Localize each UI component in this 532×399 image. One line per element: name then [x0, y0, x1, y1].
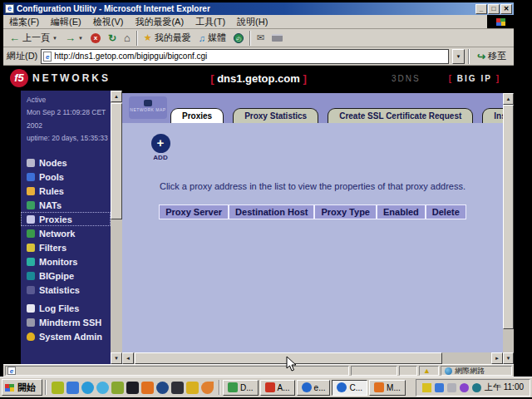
quick-launch-icon-3[interactable]: [81, 382, 94, 394]
window-title: Configuration Utility - Microsoft Intern…: [17, 4, 473, 13]
app-icon: [228, 382, 238, 392]
sidebar-item-pools[interactable]: Pools: [21, 170, 111, 184]
menu-favorites[interactable]: 我的最愛(A): [129, 15, 190, 29]
scroll-up-icon[interactable]: ▲: [503, 93, 514, 105]
refresh-button[interactable]: ↻: [106, 32, 118, 45]
back-dropdown-icon[interactable]: ▼: [52, 36, 57, 41]
tab-proxy-statistics[interactable]: Proxy Statistics: [233, 108, 318, 123]
go-arrow-icon: ↪: [477, 51, 485, 62]
history-button[interactable]: ◴: [232, 32, 245, 44]
taskbar-window-buttons: D... A... e... C... M...: [223, 380, 413, 396]
sidebar-item-label: Rules: [39, 186, 64, 196]
close-button[interactable]: ✕: [500, 4, 512, 14]
internet-globe-icon: [445, 367, 452, 375]
sidebar-item-label: Network: [39, 229, 75, 239]
menu-tools[interactable]: 工具(T): [190, 15, 231, 29]
sidebar-item-nodes[interactable]: Nodes: [21, 155, 111, 170]
network-map-button[interactable]: NETWORK MAP: [129, 96, 167, 119]
sidebar-item-bigpipe[interactable]: BIGpipe: [21, 268, 111, 283]
quick-launch-icon-6[interactable]: [126, 382, 139, 394]
tray-icon-2[interactable]: [435, 383, 444, 392]
media-button[interactable]: ♫ 媒體: [197, 31, 228, 45]
back-button[interactable]: ← 上一頁 ▼: [7, 31, 59, 45]
sidebar-scrollbar-thumb[interactable]: [111, 103, 122, 219]
quick-launch-icon-10[interactable]: [186, 382, 199, 394]
sidebar-item-filters[interactable]: Filters: [21, 240, 111, 254]
scroll-right-icon[interactable]: ►: [491, 352, 503, 364]
maximize-button[interactable]: □: [488, 4, 500, 14]
tab-proxies[interactable]: Proxies: [170, 108, 224, 123]
browser-toolbar: ← 上一頁 ▼ → ▼ x ↻ ⌂ ★ 我的最愛 ♫ 媒體 ◴ ✉: [3, 29, 514, 47]
link-bigip[interactable]: [ BIG IP ]: [449, 74, 500, 83]
scroll-left-icon[interactable]: ◄: [122, 352, 134, 364]
quick-launch-icon-7[interactable]: [141, 382, 154, 394]
forward-dropdown-icon[interactable]: ▼: [78, 36, 83, 41]
media-icon: ♫: [199, 33, 205, 43]
sidebar-item-statistics[interactable]: Statistics: [21, 283, 111, 297]
status-uptime: uptime: 20 days, 15:35:33: [27, 132, 108, 145]
taskbar-window-1[interactable]: D...: [223, 380, 259, 396]
sidebar-item-rules[interactable]: Rules: [21, 184, 111, 198]
sidebar-item-mindterm-ssh[interactable]: Mindterm SSH: [21, 315, 111, 329]
sidebar-nav: Nodes Pools Rules NATs Proxies Network F…: [21, 155, 111, 343]
sidebar-item-proxies[interactable]: Proxies: [21, 212, 111, 226]
tray-icon-4[interactable]: [460, 383, 469, 392]
sidebar-scrollbar[interactable]: ▲ ▼: [111, 91, 122, 364]
browser-status-bar: e ▲ 網際網路: [3, 364, 514, 377]
menu-edit[interactable]: 編輯(E): [45, 15, 87, 29]
taskbar-window-4-active[interactable]: C...: [332, 380, 367, 396]
add-button[interactable]: + ADD: [142, 134, 179, 161]
quick-launch-icon-1[interactable]: [52, 382, 64, 394]
minimize-button[interactable]: _: [475, 4, 487, 14]
quick-launch-icon-2[interactable]: [66, 382, 79, 394]
menu-help[interactable]: 說明(H): [231, 15, 273, 29]
bigip-bracket-close: ]: [496, 74, 500, 83]
start-button[interactable]: 開始: [2, 379, 42, 396]
go-button[interactable]: ↪ 移至: [473, 49, 510, 63]
quick-launch-icon-8[interactable]: [156, 382, 169, 394]
tab-install-ssl-certificate[interactable]: Install SSL Certif: [482, 108, 503, 123]
print-button[interactable]: [270, 33, 284, 42]
sidebar-item-system-admin[interactable]: System Admin: [21, 329, 111, 343]
sidebar-item-log-files[interactable]: Log Files: [21, 301, 111, 315]
quick-launch-icon-9[interactable]: [171, 382, 184, 394]
mail-button[interactable]: ✉: [255, 32, 266, 44]
windows-start-icon: [5, 384, 14, 392]
menu-view[interactable]: 檢視(V): [87, 15, 130, 29]
quick-launch-icon-11[interactable]: [201, 382, 214, 394]
nodes-icon: [27, 159, 35, 167]
tray-icon-3[interactable]: [447, 383, 456, 392]
page-area: Active Mon Sep 2 11:09:28 CET 2002 uptim…: [3, 91, 514, 364]
vertical-scrollbar[interactable]: ▲ ▼: [503, 93, 514, 364]
taskbar-clock: 上午 11:00: [485, 382, 524, 393]
toolbar-separator: [249, 31, 251, 46]
stop-button[interactable]: x: [89, 32, 102, 44]
tray-icon-5[interactable]: [472, 383, 481, 392]
sidebar-item-monitors[interactable]: Monitors: [21, 254, 111, 268]
address-dropdown-button[interactable]: ▼: [452, 49, 465, 64]
quick-launch-icon-5[interactable]: [111, 382, 124, 394]
forward-button[interactable]: → ▼: [63, 32, 85, 44]
quick-launch-icon-4[interactable]: [96, 382, 109, 394]
tab-create-ssl-certificate-request[interactable]: Create SSL Certificate Request: [328, 108, 473, 123]
taskbar-window-3[interactable]: e...: [297, 380, 331, 396]
link-3dns[interactable]: 3DNS: [392, 74, 421, 83]
col-enabled: Enabled: [377, 204, 426, 219]
vertical-scrollbar-thumb[interactable]: [503, 105, 514, 329]
sidebar-item-network[interactable]: Network: [21, 226, 111, 240]
scroll-down-icon[interactable]: ▼: [111, 352, 122, 364]
taskbar-window-2[interactable]: A...: [260, 380, 295, 396]
horizontal-scrollbar[interactable]: ◄ ►: [122, 352, 503, 364]
add-plus-icon: +: [151, 134, 170, 153]
address-input[interactable]: [54, 52, 446, 61]
title-bar: e Configuration Utility - Microsoft Inte…: [3, 2, 514, 15]
menu-file[interactable]: 檔案(F): [3, 15, 45, 29]
home-button[interactable]: ⌂: [122, 31, 132, 45]
scroll-up-icon[interactable]: ▲: [111, 91, 122, 102]
taskbar-window-5[interactable]: M...: [369, 380, 406, 396]
sidebar-item-nats[interactable]: NATs: [21, 198, 111, 212]
favorites-button[interactable]: ★ 我的最愛: [142, 31, 193, 45]
sidebar-item-label: Filters: [39, 243, 66, 253]
scroll-down-icon[interactable]: ▼: [503, 352, 514, 364]
tray-icon-1[interactable]: [422, 383, 431, 392]
